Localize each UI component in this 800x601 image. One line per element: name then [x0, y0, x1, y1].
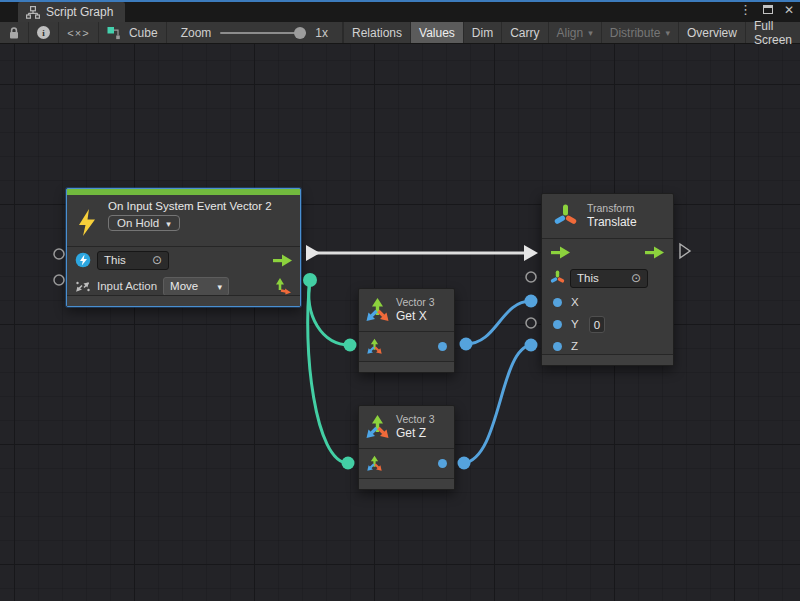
- node-footer: [542, 354, 673, 365]
- vector3-icon: [364, 297, 391, 323]
- toolbar-toggles: Relations Values Dim Carry Align ▾ Distr…: [343, 22, 800, 43]
- vector2-output-port[interactable]: [303, 273, 317, 287]
- zoom-value: 1x: [315, 26, 328, 40]
- float-input-port[interactable]: [553, 320, 562, 329]
- getz-wire-start[interactable]: [458, 457, 471, 470]
- get-x-header: Vector 3 Get X: [359, 289, 454, 332]
- maximize-icon[interactable]: [763, 5, 773, 14]
- translate-header: Transform Translate: [542, 194, 673, 239]
- vector3-icon: [364, 414, 391, 440]
- tab-label: Script Graph: [46, 5, 113, 19]
- zoom-slider[interactable]: [220, 32, 306, 34]
- flow-arrowhead-end: [524, 245, 538, 261]
- relations-button[interactable]: Relations: [343, 22, 410, 43]
- graph-canvas[interactable]: On Input System Event Vector 2 On Hold ▾…: [0, 44, 800, 601]
- node-get-x[interactable]: Vector 3 Get X: [358, 288, 455, 373]
- transform-mini-icon: [550, 270, 565, 286]
- lock-button[interactable]: [0, 22, 29, 43]
- translate-target-field[interactable]: This ⊙: [570, 269, 648, 288]
- translate-flow-out-port[interactable]: [680, 244, 690, 258]
- get-z-header: Vector 3 Get Z: [359, 406, 454, 449]
- flow-output-arrow-icon[interactable]: [273, 254, 292, 267]
- graph-breadcrumb[interactable]: Cube: [99, 22, 167, 43]
- chevron-down-icon: ▾: [665, 29, 670, 38]
- z-wire-end[interactable]: [525, 339, 538, 352]
- y-value-input[interactable]: 0: [589, 316, 605, 333]
- event-mode-dropdown[interactable]: On Hold ▾: [108, 215, 180, 231]
- translate-port-y: Y 0: [542, 313, 673, 335]
- values-button[interactable]: Values: [410, 22, 463, 43]
- code-icon: <×>: [67, 27, 89, 39]
- vector3-input-icon[interactable]: [366, 338, 383, 355]
- titlebar: Script Graph ⋮ ✕: [0, 0, 800, 22]
- translate-port-x: X: [542, 291, 673, 313]
- node-translate[interactable]: Transform Translate: [541, 193, 674, 366]
- align-button[interactable]: Align ▾: [548, 22, 601, 43]
- node-category: Vector 3: [396, 413, 435, 426]
- node-footer: [359, 478, 454, 489]
- node-category: Transform: [587, 202, 637, 215]
- fullscreen-button[interactable]: Full Screen: [745, 22, 800, 43]
- flow-arrowhead-start: [306, 245, 320, 261]
- close-icon[interactable]: ✕: [784, 4, 794, 16]
- input-action-dropdown[interactable]: Move ▾: [163, 277, 229, 296]
- translate-this-row: This ⊙: [542, 265, 673, 291]
- node-category: Vector 3: [396, 296, 435, 309]
- event-action-port[interactable]: [54, 275, 64, 285]
- node-title: Translate: [587, 215, 637, 230]
- carry-button[interactable]: Carry: [501, 22, 547, 43]
- window-controls: ⋮ ✕: [739, 3, 794, 16]
- wire-vector2-to-getz: [308, 280, 348, 463]
- flow-input-arrow-icon[interactable]: [551, 246, 570, 259]
- input-action-icon: [75, 279, 91, 294]
- info-icon: i: [37, 26, 50, 39]
- float-output-port[interactable]: [438, 459, 447, 468]
- getx-wire-start[interactable]: [460, 338, 473, 351]
- getz-input-port[interactable]: [342, 457, 355, 470]
- node-on-input-system-event[interactable]: On Input System Event Vector 2 On Hold ▾…: [66, 188, 301, 307]
- target-picker-icon[interactable]: ⊙: [152, 254, 162, 266]
- wire-getz-to-z: [464, 345, 531, 463]
- focus-accent-line: [0, 0, 800, 2]
- translate-y-port[interactable]: [526, 318, 536, 328]
- x-wire-end[interactable]: [525, 295, 538, 308]
- event-target-field[interactable]: This ⊙: [97, 251, 169, 270]
- float-input-port[interactable]: [553, 342, 562, 351]
- node-title: On Input System Event Vector 2: [108, 200, 300, 212]
- chevron-down-icon: ▾: [218, 283, 223, 292]
- event-this-port[interactable]: [54, 249, 64, 259]
- chevron-down-icon: ▾: [588, 29, 593, 38]
- input-system-icon: [75, 252, 91, 268]
- translate-flow-row: [542, 239, 673, 265]
- getx-input-port[interactable]: [344, 339, 357, 352]
- float-output-port[interactable]: [438, 342, 447, 351]
- info-button[interactable]: i: [29, 22, 59, 43]
- overview-button[interactable]: Overview: [678, 22, 745, 43]
- target-picker-icon[interactable]: ⊙: [631, 272, 641, 284]
- vector3-input-icon[interactable]: [366, 455, 383, 472]
- code-view-button[interactable]: <×>: [59, 22, 99, 43]
- node-title: Get Z: [396, 426, 435, 441]
- wire-getx-to-x: [466, 301, 531, 344]
- distribute-button[interactable]: Distribute ▾: [601, 22, 678, 43]
- vector2-output-icon[interactable]: [274, 277, 292, 295]
- transform-icon: [553, 203, 578, 230]
- window-menu-icon[interactable]: ⋮: [739, 3, 752, 16]
- flow-output-arrow-icon[interactable]: [645, 246, 664, 259]
- zoom-slider-knob[interactable]: [294, 27, 306, 39]
- event-node-header: On Input System Event Vector 2 On Hold ▾: [67, 200, 300, 247]
- node-footer: [359, 361, 454, 372]
- node-get-z[interactable]: Vector 3 Get Z: [358, 405, 455, 490]
- tab-script-graph[interactable]: Script Graph: [18, 2, 125, 22]
- translate-this-port[interactable]: [526, 272, 536, 282]
- event-node-accent-bar: [67, 189, 300, 195]
- wire-vector2-to-getx: [309, 280, 350, 345]
- get-z-body: [359, 449, 454, 479]
- chevron-down-icon: ▾: [166, 220, 171, 229]
- get-x-body: [359, 332, 454, 362]
- float-input-port[interactable]: [553, 298, 562, 307]
- dim-button[interactable]: Dim: [463, 22, 501, 43]
- event-this-row: This ⊙: [67, 247, 300, 273]
- graph-asset-icon: [107, 26, 123, 40]
- script-graph-window: Script Graph ⋮ ✕ i <×> Cube: [0, 0, 800, 601]
